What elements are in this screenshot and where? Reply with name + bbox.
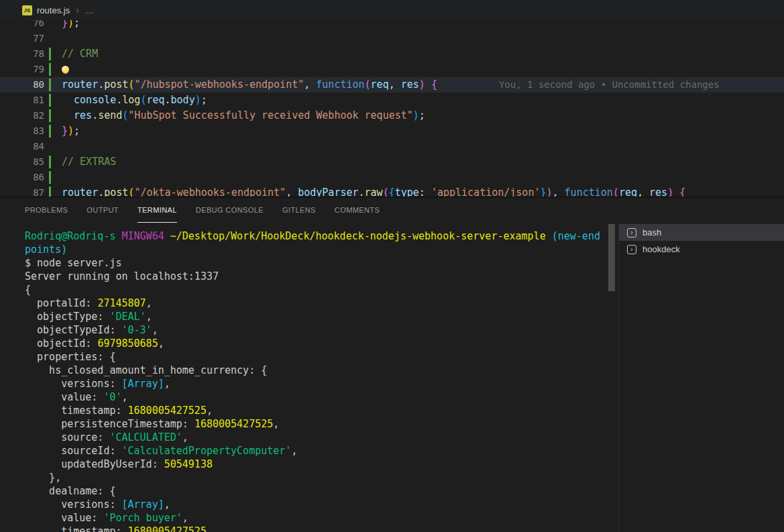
panel-tabs: PROBLEMSOUTPUTTERMINALDEBUG CONSOLEGITLE… — [0, 198, 784, 223]
git-added-indicator — [49, 125, 51, 138]
code-line-83[interactable]: 83}); — [0, 123, 784, 139]
terminal-line: timestamp: 1680005427525, — [25, 525, 607, 532]
code-line-87[interactable]: 87router.post("/okta-webhooks-endpoint",… — [0, 185, 784, 197]
terminal-scrollbar[interactable] — [608, 224, 615, 291]
code-line-80[interactable]: 80router.post("/hubspot-webhooks-endpoin… — [0, 77, 784, 93]
terminal-line: hs_closed_amount_in_home_currency: { — [25, 364, 607, 377]
git-added-indicator — [49, 109, 51, 122]
terminal-line: { — [25, 283, 607, 297]
terminal-line: }, — [25, 471, 607, 484]
terminal-line: value: 'Porch buyer', — [25, 511, 607, 525]
tab-terminal[interactable]: TERMINAL — [137, 198, 177, 223]
terminal-line: Server running on localhost:1337 — [25, 270, 607, 283]
terminal-line: properties: { — [25, 350, 607, 364]
code-line-81[interactable]: 81 console.log(req.body); — [0, 93, 784, 108]
js-file-icon: JS — [22, 5, 32, 15]
editor[interactable]: 76});7778// CRM7980router.post("/hubspot… — [0, 20, 784, 197]
git-added-indicator — [49, 48, 51, 60]
terminal-list-item-hookdeck[interactable]: hookdeck — [619, 241, 784, 258]
git-added-indicator — [49, 187, 51, 197]
breadcrumb[interactable]: JS routes.js › … — [0, 0, 784, 20]
line-number[interactable]: 86 — [0, 170, 44, 185]
code-line-77[interactable]: 77 — [0, 31, 784, 46]
git-added-indicator — [49, 78, 51, 91]
terminal-line: versions: [Array], — [25, 498, 607, 511]
bottom-panel: PROBLEMSOUTPUTTERMINALDEBUG CONSOLEGITLE… — [0, 197, 784, 532]
code-text: console.log(req.body); — [62, 93, 207, 108]
terminal-line: objectType: 'DEAL', — [25, 310, 607, 323]
line-number[interactable]: 76 — [0, 20, 44, 31]
code-text: }); — [62, 123, 80, 139]
terminal-line: Rodriq@Rodriq-s MINGW64 ~/Desktop/Work/H… — [25, 229, 607, 243]
terminal-line: value: '0', — [25, 390, 607, 404]
code-line-78[interactable]: 78// CRM — [0, 46, 784, 62]
code-text: // EXTRAS — [62, 154, 116, 170]
line-number[interactable]: 81 — [0, 93, 44, 108]
code-line-82[interactable]: 82 res.send("HubSpot Successfully receiv… — [0, 108, 784, 123]
terminal-line: points) — [25, 243, 607, 256]
breadcrumb-symbol-ellipsis[interactable]: … — [85, 5, 94, 15]
line-number[interactable]: 80 — [0, 77, 44, 93]
chevron-right-icon: › — [76, 5, 79, 15]
terminal-line: persistenceTimestamp: 1680005427525, — [25, 417, 607, 431]
git-added-indicator — [49, 171, 51, 184]
line-number[interactable]: 83 — [0, 123, 44, 139]
tab-gitlens[interactable]: GITLENS — [282, 198, 316, 223]
line-number[interactable]: 84 — [0, 139, 44, 154]
terminal-list-label: bash — [642, 227, 661, 237]
terminal-line: timestamp: 1680005427525, — [25, 404, 607, 417]
git-added-indicator — [49, 94, 51, 107]
terminal-list: bashhookdeck — [618, 224, 784, 532]
terminal-line: dealname: { — [25, 484, 607, 498]
line-number[interactable]: 87 — [0, 185, 44, 197]
line-number[interactable]: 78 — [0, 46, 44, 62]
blame-annotation: You, 1 second ago • Uncommitted changes — [499, 79, 720, 90]
line-number[interactable]: 79 — [0, 62, 44, 77]
git-added-indicator — [49, 63, 51, 76]
tab-comments[interactable]: COMMENTS — [335, 198, 380, 223]
terminal-list-item-bash[interactable]: bash — [619, 224, 784, 241]
terminal-list-label: hookdeck — [642, 244, 680, 254]
breadcrumb-file[interactable]: routes.js — [37, 5, 70, 15]
code-line-76[interactable]: 76}); — [0, 20, 784, 31]
code-line-85[interactable]: 85// EXTRAS — [0, 154, 784, 170]
terminal-line: sourceId: 'CalculatedPropertyComputer', — [25, 444, 607, 458]
tab-output[interactable]: OUTPUT — [87, 198, 119, 223]
terminal-line: objectId: 6979850685, — [25, 337, 607, 350]
terminal-line: objectTypeId: '0-3', — [25, 323, 607, 337]
code-text: router.post("/okta-webhooks-endpoint", b… — [62, 185, 685, 197]
terminal-line: $ node server.js — [25, 256, 607, 270]
terminal-line: source: 'CALCULATED', — [25, 431, 607, 444]
tab-problems[interactable]: PROBLEMS — [25, 198, 68, 223]
lightbulb-icon[interactable] — [62, 66, 69, 73]
line-number[interactable]: 77 — [0, 31, 44, 46]
code-text: res.send("HubSpot Successfully received … — [62, 108, 425, 123]
code-text: }); — [62, 20, 80, 31]
code-text: // CRM — [62, 46, 98, 62]
code-text: router.post("/hubspot-webhooks-endpoint"… — [62, 77, 720, 93]
line-number[interactable]: 82 — [0, 108, 44, 123]
code-text — [62, 62, 69, 77]
git-added-indicator — [49, 156, 51, 168]
terminal-icon — [627, 228, 636, 237]
line-number[interactable]: 85 — [0, 154, 44, 170]
tab-debug-console[interactable]: DEBUG CONSOLE — [196, 198, 264, 223]
code-line-79[interactable]: 79 — [0, 62, 784, 77]
code-line-86[interactable]: 86 — [0, 170, 784, 185]
terminal-output[interactable]: Rodriq@Rodriq-s MINGW64 ~/Desktop/Work/H… — [25, 229, 607, 532]
terminal-line: versions: [Array], — [25, 377, 607, 390]
terminal-line: updatedByUserId: 50549138 — [25, 458, 607, 471]
terminal-line: portalId: 27145807, — [25, 297, 607, 310]
terminal-icon — [627, 245, 636, 254]
code-line-84[interactable]: 84 — [0, 139, 784, 154]
